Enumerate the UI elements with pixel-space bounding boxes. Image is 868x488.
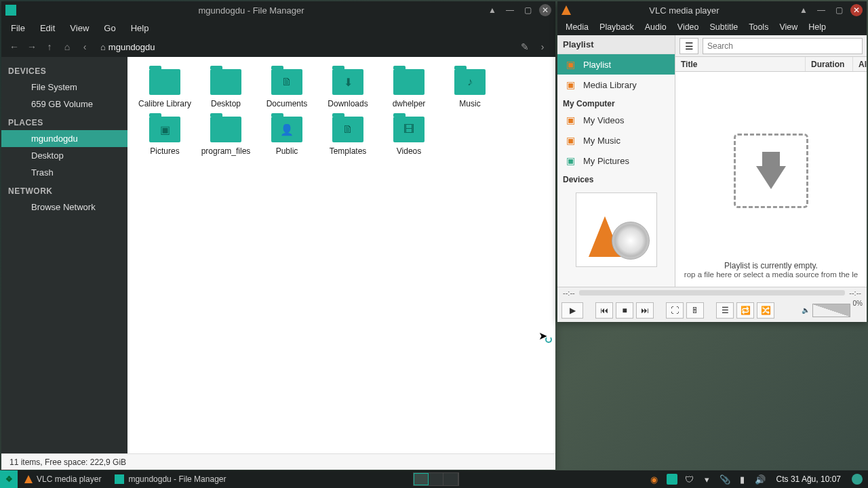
fm-titlebar[interactable]: mgundogdu - File Manager ▲ — ▢ ✕ [1,1,555,19]
edit-path-button[interactable]: ✎ [516,39,534,55]
fm-menu-edit[interactable]: Edit [33,21,62,35]
shuffle-button[interactable]: 🔀 [757,302,774,319]
workspace-3[interactable] [443,473,458,485]
col-title[interactable]: Title [675,57,806,71]
vlc-menu-audio[interactable]: Audio [639,20,672,34]
tray-session-icon[interactable] [852,474,863,485]
vlc-menubar: MediaPlaybackAudioVideoSubtitleToolsView… [557,19,867,35]
sidebar-place-desktop[interactable]: Desktop [1,147,127,164]
sidebar-device-1[interactable]: 659 GB Volume [1,96,127,113]
folder-icon [210,117,241,142]
fm-status-text: 11 items, Free space: 222,9 GiB [9,458,126,467]
nav-home-button[interactable]: ⌂ [58,39,76,55]
path-chevron-right-icon[interactable]: › [534,39,551,55]
folder-templates[interactable]: 🗎Templates [317,117,378,156]
fm-menu-help[interactable]: Help [124,21,156,35]
next-button[interactable]: ⏭ [636,302,654,319]
play-button[interactable]: ▶ [561,302,583,319]
stop-button[interactable]: ■ [616,302,633,319]
fm-title: mgundogdu - File Manager [22,5,481,16]
folder-desktop[interactable]: Desktop [195,69,256,108]
vlc-menu-media[interactable]: Media [560,20,594,34]
vlc-search-input[interactable] [703,38,863,54]
vlc-device-thumb[interactable] [576,192,657,267]
nav-forward-button[interactable]: → [23,39,41,55]
playlist-toggle-button[interactable]: ☰ [716,302,734,319]
fullscreen-button[interactable]: ⛶ [666,302,684,319]
tray-battery-icon[interactable]: ▮ [737,474,748,485]
fm-menu-go[interactable]: Go [97,21,122,35]
start-menu-button[interactable]: ❖ [0,470,18,488]
tray-clip-icon[interactable]: 📎 [719,474,730,485]
folder-label: Templates [317,146,378,156]
vlc-menu-playback[interactable]: Playback [594,20,639,34]
tray-app-icon[interactable] [667,474,677,485]
folder-dwhelper[interactable]: dwhelper [378,69,439,108]
folder-music[interactable]: ♪Music [439,69,500,108]
vlc-close-button[interactable]: ✕ [850,4,863,16]
col-duration[interactable]: Duration [806,57,853,71]
vlc-dropzone[interactable] [734,134,808,208]
vlc-left-mypictures[interactable]: ▣My Pictures [557,150,675,171]
sidebar-place-trash[interactable]: Trash [1,164,127,181]
fm-content[interactable]: Calibre LibraryDesktop🗎Documents⬇Downloa… [127,57,555,453]
vlc-column-headers[interactable]: Title Duration Al [675,57,867,72]
vlc-viewmode-button[interactable]: ☰ [679,38,698,54]
folder-pictures[interactable]: ▣Pictures [134,117,195,156]
vlc-titlebar[interactable]: VLC media player ▲ — ▢ ✕ [557,1,867,19]
vlc-maximize-button[interactable]: ▢ [833,4,845,16]
folder-documents[interactable]: 🗎Documents [256,69,317,108]
mute-icon[interactable]: 🔈 [802,306,810,314]
tray-volume-icon[interactable]: 🔊 [755,474,766,485]
workspace-1[interactable] [414,473,429,485]
path-chevron-left-icon[interactable]: ‹ [76,39,94,55]
col-album[interactable]: Al [853,57,867,71]
sidebar-item-label: Desktop [31,150,64,161]
folder-program-files[interactable]: program_files [195,117,256,156]
nav-back-button[interactable]: ← [5,39,23,55]
vlc-menu-tools[interactable]: Tools [743,20,774,34]
fm-sidebar: DEVICES File System659 GB Volume PLACES … [1,57,127,453]
fm-close-button[interactable]: ✕ [539,4,551,16]
vlc-left-medialib[interactable]: ▣Media Library [557,75,675,95]
fm-minimize-button[interactable]: — [504,4,516,16]
vlc-left-mymusic[interactable]: ▣My Music [557,130,675,150]
ext-settings-button[interactable]: 🎚 [686,302,704,319]
taskbar-clock[interactable]: Cts 31 Ağu, 10:07 [776,474,841,484]
vlc-left-playlist[interactable]: ▣Playlist [557,54,675,75]
fm-maximize-button[interactable]: ▢ [521,4,534,16]
folder-calibre-library[interactable]: Calibre Library [134,69,195,108]
tray-shield-icon[interactable]: 🛡 [684,474,695,485]
vlc-minimize-button[interactable]: — [815,4,827,16]
task-vlc[interactable]: VLC media player [18,470,108,488]
fm-eject-button[interactable]: ▲ [486,4,498,16]
sidebar-place-home[interactable]: mgundogdu [1,130,127,147]
workspace-switcher[interactable] [413,472,459,486]
task-fm[interactable]: mgundogdu - File Manager [108,470,233,488]
vlc-eject-button[interactable]: ▲ [797,4,810,16]
workspace-2[interactable] [429,473,443,485]
sidebar-network-0[interactable]: Browse Network [1,199,127,216]
vlc-playlist-body[interactable]: Playlist is currently empty. rop a file … [675,72,867,287]
sidebar-device-0[interactable]: File System [1,79,127,96]
folder-public[interactable]: 👤Public [256,117,317,156]
nav-up-button[interactable]: ↑ [41,39,58,55]
tray-firefox-icon[interactable]: ◉ [649,474,660,485]
folder-glyph-icon: ♪ [454,69,486,95]
loop-button[interactable]: 🔁 [736,302,754,319]
breadcrumb[interactable]: ⌂ mgundogdu [100,42,155,52]
vlc-menu-subtitle[interactable]: Subtitle [705,20,744,34]
folder-downloads[interactable]: ⬇Downloads [317,69,378,108]
fm-app-icon [115,474,124,484]
seek-slider[interactable] [579,290,846,296]
volume-slider[interactable] [812,304,850,317]
vlc-menu-view[interactable]: View [774,20,803,34]
prev-button[interactable]: ⏮ [595,302,613,319]
fm-menu-file[interactable]: File [4,21,32,35]
fm-menu-view[interactable]: View [63,21,96,35]
vlc-menu-help[interactable]: Help [803,20,831,34]
tray-chevron-icon[interactable]: ▾ [702,474,713,485]
vlc-left-myvideos[interactable]: ▣My Videos [557,110,675,130]
vlc-menu-video[interactable]: Video [672,20,705,34]
folder-videos[interactable]: 🎞Videos [378,117,439,156]
